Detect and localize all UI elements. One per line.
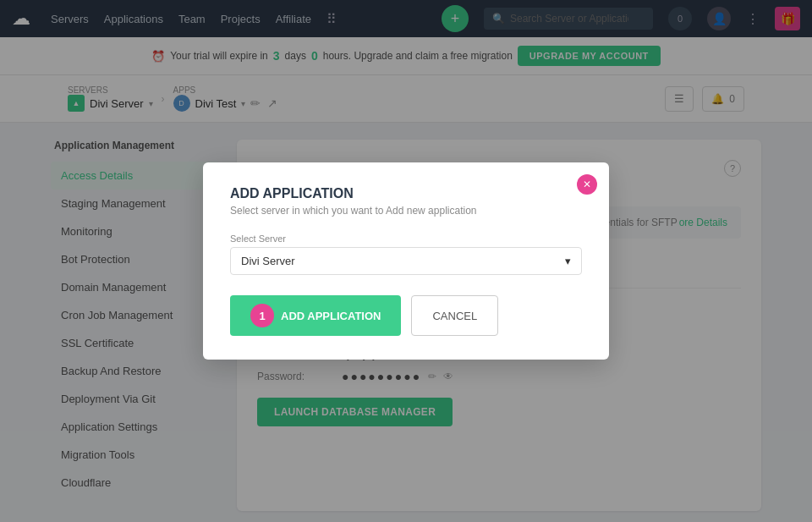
- modal-subtitle: Select server in which you want to Add n…: [230, 205, 582, 217]
- modal-add-btn-label: ADD APPLICATION: [281, 310, 381, 322]
- select-server-label: Select Server: [230, 234, 582, 244]
- add-application-modal: ✕ ADD APPLICATION Select server in which…: [203, 162, 609, 360]
- modal-overlay: ✕ ADD APPLICATION Select server in which…: [0, 0, 812, 522]
- select-server-dropdown[interactable]: Divi Server ▾: [230, 247, 582, 275]
- dropdown-chevron-icon: ▾: [565, 255, 571, 267]
- modal-add-application-button[interactable]: 1 ADD APPLICATION: [230, 295, 401, 336]
- step-badge: 1: [250, 304, 274, 327]
- modal-close-button[interactable]: ✕: [577, 174, 597, 195]
- modal-title: ADD APPLICATION: [230, 186, 582, 201]
- selected-server-value: Divi Server: [241, 255, 295, 267]
- modal-actions: 1 ADD APPLICATION CANCEL: [230, 295, 582, 336]
- modal-cancel-button[interactable]: CANCEL: [411, 295, 498, 336]
